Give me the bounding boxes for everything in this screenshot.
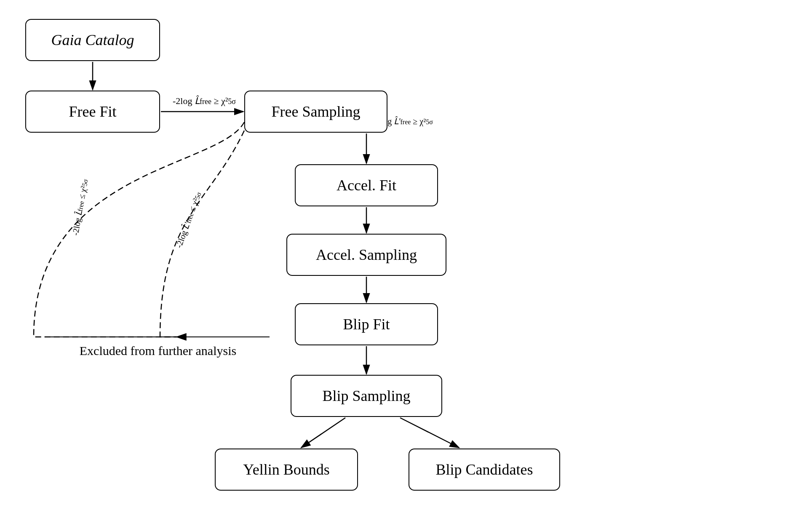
blip-candidates-node: Blip Candidates — [409, 449, 560, 491]
gaia-catalog-node: Gaia Catalog — [25, 19, 160, 61]
accel-sampling-node: Accel. Sampling — [286, 234, 446, 276]
arrow-blipsampling-to-blipcandidates — [400, 418, 459, 448]
arrow-blipsampling-to-yellin — [301, 418, 345, 448]
dashed-arrow-right-loop — [160, 131, 244, 337]
label-dashed2: -2log L̂'free ≤ χ²5σ — [174, 190, 203, 249]
diagram-container: -2log L̂free ≥ χ²5σ -2log L̂'free ≥ χ²5σ… — [0, 0, 812, 518]
free-sampling-label: Free Sampling — [272, 103, 361, 120]
blip-sampling-node: Blip Sampling — [291, 375, 442, 417]
excluded-label: Excluded from further analysis — [46, 340, 270, 361]
label-dashed1: -2log L̂free ≤ χ²5σ — [70, 178, 90, 236]
accel-fit-node: Accel. Fit — [295, 164, 438, 206]
label-arrow1: -2log L̂free ≥ χ²5σ — [173, 95, 236, 106]
accel-fit-label: Accel. Fit — [337, 176, 396, 194]
yellin-bounds-node: Yellin Bounds — [215, 449, 358, 491]
free-sampling-node: Free Sampling — [244, 91, 387, 133]
accel-sampling-label: Accel. Sampling — [316, 246, 417, 264]
blip-fit-label: Blip Fit — [343, 315, 390, 333]
blip-sampling-label: Blip Sampling — [322, 387, 410, 405]
blip-candidates-label: Blip Candidates — [436, 461, 533, 478]
dashed-arrow-left-loop — [34, 122, 244, 337]
blip-fit-node: Blip Fit — [295, 303, 438, 345]
gaia-catalog-label: Gaia Catalog — [51, 31, 134, 49]
free-fit-label: Free Fit — [69, 103, 117, 120]
yellin-bounds-label: Yellin Bounds — [243, 461, 329, 478]
free-fit-node: Free Fit — [25, 91, 160, 133]
